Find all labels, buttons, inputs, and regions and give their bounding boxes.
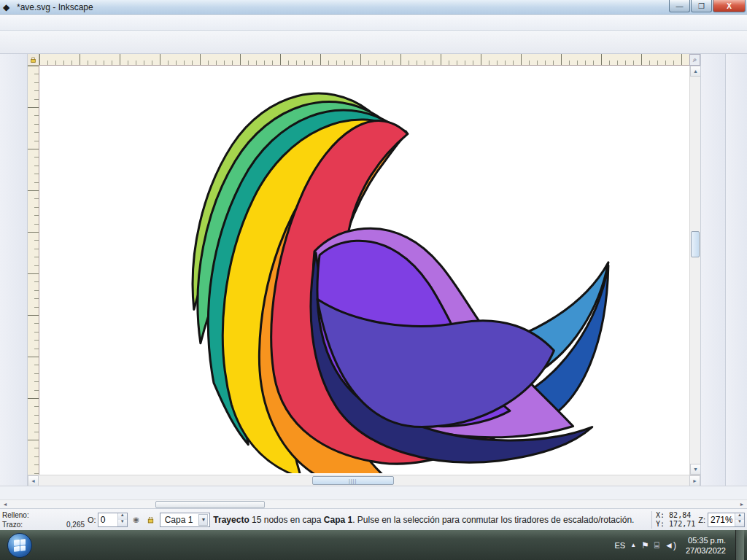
tray-expand-icon[interactable]: ▲ (630, 542, 636, 548)
fill-stroke-indicator[interactable]: Relleno: Trazo: 0,265 (2, 510, 85, 529)
vertical-scroll-thumb[interactable] (691, 231, 700, 257)
show-desktop-button[interactable] (735, 530, 744, 560)
restore-button[interactable]: ❐ (691, 0, 712, 12)
windows-taskbar: ES ▲ ⚑ ⌸ ◄) 05:35 p.m. 27/03/2022 (0, 530, 747, 560)
title-bar[interactable]: ◆ *ave.svg - Inkscape — ❐ X (0, 0, 747, 15)
stroke-label: Trazo: (2, 520, 34, 529)
opacity-input[interactable] (98, 513, 117, 526)
palette-scrollbar[interactable]: ◄ ► (0, 499, 747, 508)
network-icon[interactable]: ⌸ (654, 540, 659, 551)
close-button[interactable]: X (713, 0, 746, 12)
scroll-down-arrow[interactable]: ▼ (690, 464, 701, 475)
stroke-width-value: 0,265 (66, 520, 85, 529)
canvas[interactable] (39, 66, 689, 475)
scroll-right-arrow[interactable]: ► (689, 475, 700, 486)
clock[interactable]: 05:35 p.m. 27/03/2022 (681, 535, 730, 556)
windows-logo-icon (7, 533, 32, 558)
stroke-swatch[interactable] (36, 521, 64, 528)
window-title: *ave.svg - Inkscape (17, 2, 668, 12)
menu-bar (0, 15, 747, 31)
bird-drawing (39, 66, 689, 473)
layer-lock-icon[interactable] (145, 514, 157, 526)
fill-label: Relleno: (2, 510, 34, 520)
commands-bar (700, 54, 725, 486)
zoom-input[interactable] (708, 513, 735, 526)
scroll-left-arrow[interactable]: ◄ (28, 475, 39, 486)
sticky-zoom-button[interactable]: ⌕ (689, 54, 700, 66)
horizontal-ruler[interactable] (39, 54, 689, 66)
scroll-up-arrow[interactable]: ▲ (690, 66, 701, 77)
cursor-y-value: 172,71 (669, 520, 695, 528)
horizontal-scroll-thumb[interactable]: |||| (312, 476, 394, 485)
palette-scroll-thumb[interactable] (155, 501, 265, 508)
ruler-corner[interactable] (28, 54, 39, 66)
opacity-control: O: ▲▼ (88, 513, 128, 527)
inkscape-window: ◆ *ave.svg - Inkscape — ❐ X ⌕ (0, 0, 747, 560)
action-center-flag-icon[interactable]: ⚑ (641, 540, 649, 551)
system-tray: ES ▲ ⚑ ⌸ ◄) 05:35 p.m. 27/03/2022 (614, 530, 747, 560)
minimize-button[interactable]: — (669, 0, 690, 12)
fill-swatch[interactable] (36, 511, 82, 519)
ruler-lock-icon (31, 59, 35, 63)
palette-scroll-right-icon[interactable]: ► (737, 502, 747, 507)
color-palette (0, 486, 747, 499)
start-button[interactable] (0, 530, 39, 560)
layer-selector[interactable]: Capa 1 ▼ (160, 513, 211, 527)
tray-time: 05:35 p.m. (686, 535, 726, 545)
layer-visibility-icon[interactable]: ◉ (131, 514, 142, 526)
opacity-label: O: (88, 516, 96, 524)
cursor-x-value: 82,84 (669, 511, 691, 519)
zoom-control: Z: ▲▼ (698, 513, 745, 527)
zoom-spinner[interactable]: ▲▼ (735, 513, 744, 526)
snap-controls-bar (725, 54, 747, 486)
language-indicator[interactable]: ES (614, 541, 625, 550)
layer-dropdown-arrow-icon[interactable]: ▼ (198, 514, 208, 526)
opacity-spinner[interactable]: ▲▼ (117, 513, 127, 526)
current-layer-name: Capa 1 (165, 515, 193, 525)
inkscape-app-icon: ◆ (3, 2, 13, 12)
toolbox (0, 54, 28, 486)
vertical-scrollbar[interactable]: ▲ ▼ (689, 66, 700, 475)
tray-date: 27/03/2022 (686, 545, 726, 556)
volume-icon[interactable]: ◄) (665, 540, 676, 551)
cursor-coordinates: X: 82,84 Y: 172,71 (651, 511, 695, 529)
tool-controls-bar (0, 31, 747, 54)
palette-scroll-left-icon[interactable]: ◄ (0, 502, 10, 507)
status-bar: Relleno: Trazo: 0,265 O: ▲▼ ◉ Capa 1 ▼ T… (0, 508, 747, 530)
horizontal-scrollbar[interactable]: ◄ |||| ► (28, 475, 700, 486)
vertical-ruler[interactable] (28, 66, 39, 475)
magnifier-icon: ⌕ (693, 55, 697, 64)
status-message: Trayecto 15 nodos en capa Capa 1. Pulse … (213, 515, 649, 525)
zoom-label: Z: (698, 516, 705, 524)
